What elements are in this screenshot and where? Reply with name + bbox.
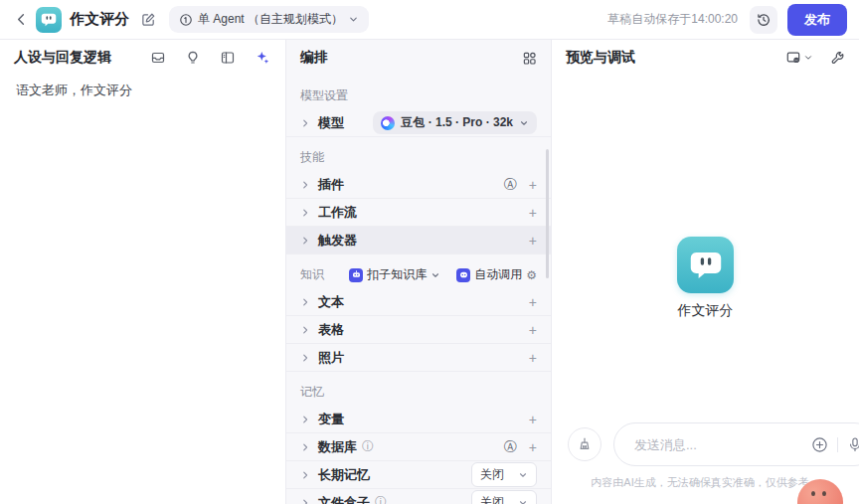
edit-name-icon[interactable] — [137, 9, 159, 31]
agent-mode-label: 单 Agent （自主规划模式） — [198, 11, 343, 28]
chat-input-area: 内容由AI生成，无法确保真实准确，仅供参考。 — [568, 422, 843, 490]
row-knowledge-table[interactable]: 表格 + — [286, 316, 551, 344]
row-label: 长期记忆 — [318, 466, 370, 484]
persona-panel: 人设与回复逻辑 语文老师，作文评分 — [0, 40, 286, 504]
bot-preview-identity: 作文评分 — [552, 237, 859, 320]
knowledge-source-select[interactable]: 扣子知识库 — [349, 266, 440, 283]
chevron-right-icon — [300, 208, 310, 218]
row-database[interactable]: 数据库 ⓘ Ⓐ + — [286, 433, 551, 461]
off-label: 关闭 — [480, 466, 504, 483]
idea-lightbulb-icon[interactable] — [184, 49, 202, 67]
section-knowledge: 知识 — [300, 266, 324, 283]
scrollbar-thumb[interactable] — [546, 149, 549, 278]
longterm-memory-select[interactable]: 关闭 — [471, 462, 537, 487]
row-label: 变量 — [318, 411, 344, 428]
clear-context-button[interactable] — [568, 427, 601, 461]
add-workflow-icon[interactable]: + — [529, 206, 537, 220]
chevron-right-icon — [300, 180, 310, 190]
agent-mode-selector[interactable]: 单 Agent （自主规划模式） — [169, 6, 369, 33]
chevron-right-icon — [300, 353, 310, 363]
add-variable-icon[interactable]: + — [529, 413, 537, 426]
bot-preview-name: 作文评分 — [678, 302, 734, 320]
model-value: 豆包 · 1.5 · Pro · 32k — [401, 114, 513, 131]
persona-panel-title: 人设与回复逻辑 — [14, 49, 111, 67]
row-label: 数据库 ⓘ — [318, 438, 374, 456]
auto-call-icon[interactable]: Ⓐ — [504, 178, 517, 191]
add-knowledge-photo-icon[interactable]: + — [529, 351, 537, 365]
filebox-label: 文件盒子 — [318, 494, 370, 504]
layout-grid-icon[interactable] — [522, 51, 537, 66]
preview-panel-title: 预览与调试 — [566, 49, 635, 67]
chevron-left-icon — [14, 12, 29, 27]
bot-title: 作文评分 — [70, 10, 129, 29]
add-knowledge-text-icon[interactable]: + — [529, 295, 537, 309]
debug-panel-dropdown[interactable] — [785, 50, 813, 66]
chevron-right-icon — [300, 236, 310, 246]
row-triggers[interactable]: 触发器 + — [286, 227, 551, 254]
chevron-down-icon — [430, 270, 440, 280]
row-longterm-memory[interactable]: 长期记忆 关闭 — [286, 461, 551, 489]
chevron-down-icon — [519, 118, 529, 128]
model-selector[interactable]: 豆包 · 1.5 · Pro · 32k — [373, 111, 537, 134]
chevron-right-icon — [300, 325, 310, 335]
topbar: 作文评分 单 Agent （自主规划模式） 草稿自动保存于14:00:20 发布 — [0, 0, 859, 40]
row-knowledge-text[interactable]: 文本 + — [286, 288, 551, 316]
info-icon[interactable]: ⓘ — [362, 438, 374, 455]
section-memory: 记忆 — [300, 384, 324, 401]
autosave-status: 草稿自动保存于14:00:20 — [607, 11, 738, 28]
publish-button[interactable]: 发布 — [787, 4, 847, 36]
add-plugin-icon[interactable]: + — [529, 178, 537, 192]
ai-optimize-sparkle-icon[interactable] — [254, 49, 271, 67]
add-trigger-icon[interactable]: + — [529, 234, 537, 248]
row-model[interactable]: 模型 豆包 · 1.5 · Pro · 32k — [286, 109, 551, 137]
chevron-right-icon — [300, 442, 310, 452]
chevron-right-icon — [300, 498, 310, 504]
doubao-logo-icon — [381, 116, 395, 130]
row-label: 触发器 — [318, 232, 357, 250]
add-knowledge-table-icon[interactable]: + — [529, 323, 537, 337]
message-input-wrap[interactable] — [613, 422, 859, 466]
single-agent-icon — [179, 13, 193, 27]
row-variables[interactable]: 变量 + — [286, 406, 551, 433]
row-label: 文件盒子 ⓘ — [318, 494, 387, 504]
auto-call-label: 自动调用 — [474, 266, 522, 283]
off-label: 关闭 — [480, 494, 504, 504]
filebox-select[interactable]: 关闭 — [471, 490, 537, 504]
chevron-down-icon — [348, 14, 359, 25]
chat-bubble-icon — [685, 245, 727, 286]
row-plugins[interactable]: 插件 Ⓐ + — [286, 171, 551, 199]
attach-plus-icon[interactable] — [811, 436, 828, 453]
divider — [837, 437, 838, 452]
history-icon — [756, 12, 772, 28]
prompt-preview-icon[interactable] — [219, 49, 237, 67]
gear-icon[interactable]: ⚙ — [526, 269, 537, 281]
knowledge-source-label: 扣子知识库 — [367, 266, 427, 283]
chevron-right-icon — [300, 118, 310, 128]
version-history-button[interactable] — [750, 6, 777, 34]
persona-content[interactable]: 语文老师，作文评分 — [0, 76, 285, 105]
row-label: 照片 — [318, 349, 344, 367]
knowledge-auto-call-setting[interactable]: 自动调用 ⚙ — [456, 266, 537, 283]
debug-tools-icon[interactable] — [829, 50, 845, 66]
microphone-icon[interactable] — [847, 436, 859, 452]
auto-call-icon[interactable]: Ⓐ — [504, 440, 517, 453]
database-label: 数据库 — [318, 438, 357, 456]
row-label: 表格 — [318, 321, 344, 339]
prompt-library-icon[interactable] — [149, 49, 167, 67]
chevron-down-icon — [803, 53, 813, 63]
section-skills: 技能 — [300, 149, 324, 166]
chevron-down-icon — [518, 470, 528, 480]
add-database-icon[interactable]: + — [529, 440, 537, 454]
row-workflows[interactable]: 工作流 + — [286, 199, 551, 227]
chevron-down-icon — [518, 498, 528, 504]
orchestration-panel-title: 编排 — [300, 49, 328, 67]
orchestration-panel: 编排 模型设置 模型 豆包 · 1.5 · Pro · 32k — [286, 40, 552, 504]
row-knowledge-photo[interactable]: 照片 + — [286, 344, 551, 372]
info-icon[interactable]: ⓘ — [375, 494, 387, 504]
row-label: 模型 — [318, 114, 344, 132]
back-button[interactable] — [10, 9, 32, 31]
message-input[interactable] — [632, 436, 811, 453]
row-filebox[interactable]: 文件盒子 ⓘ 关闭 — [286, 489, 551, 504]
section-model-settings: 模型设置 — [300, 87, 348, 104]
chevron-right-icon — [300, 297, 310, 307]
